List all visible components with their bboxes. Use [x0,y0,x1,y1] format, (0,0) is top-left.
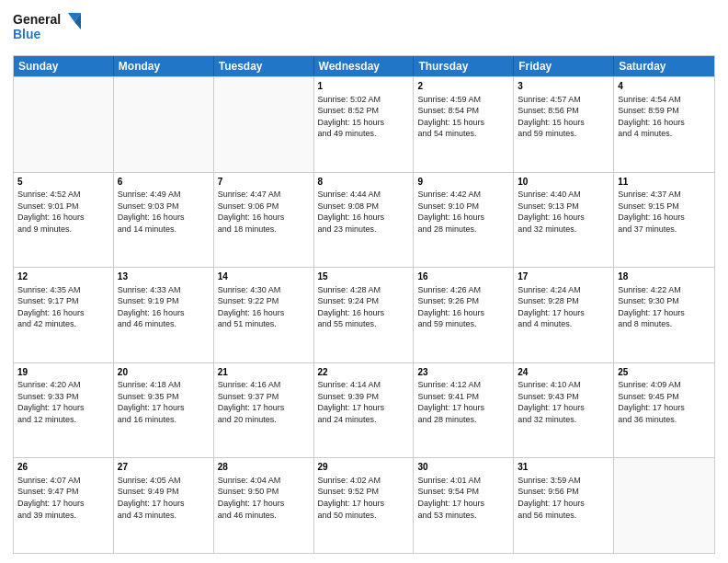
day-number: 10 [518,176,609,189]
day-number: 31 [518,461,609,474]
week-row-0: 1Sunrise: 5:02 AM Sunset: 8:52 PM Daylig… [14,76,714,172]
day-number: 19 [17,366,109,379]
day-info: Sunrise: 4:07 AM Sunset: 9:47 PM Dayligh… [17,475,109,521]
day-cell-1: 1Sunrise: 5:02 AM Sunset: 8:52 PM Daylig… [314,77,415,172]
day-number: 1 [318,80,410,93]
day-cell-9: 9Sunrise: 4:42 AM Sunset: 9:10 PM Daylig… [414,173,514,268]
weekday-header-sunday: Sunday [14,56,114,76]
day-info: Sunrise: 4:35 AM Sunset: 9:17 PM Dayligh… [17,284,109,330]
logo-svg: GeneralBlue [13,9,86,48]
day-info: Sunrise: 4:52 AM Sunset: 9:01 PM Dayligh… [17,189,109,235]
weekday-header-monday: Monday [114,56,214,76]
weekday-header-wednesday: Wednesday [314,56,415,76]
day-info: Sunrise: 4:12 AM Sunset: 9:41 PM Dayligh… [417,379,509,425]
day-info: Sunrise: 4:28 AM Sunset: 9:24 PM Dayligh… [318,284,410,330]
day-cell-31: 31Sunrise: 3:59 AM Sunset: 9:56 PM Dayli… [514,458,614,553]
week-row-2: 12Sunrise: 4:35 AM Sunset: 9:17 PM Dayli… [14,267,714,362]
day-info: Sunrise: 4:37 AM Sunset: 9:15 PM Dayligh… [618,189,711,235]
day-cell-10: 10Sunrise: 4:40 AM Sunset: 9:13 PM Dayli… [514,173,614,268]
day-number: 4 [618,80,711,93]
day-info: Sunrise: 5:02 AM Sunset: 8:52 PM Dayligh… [318,94,410,140]
empty-cell [14,77,114,172]
day-cell-26: 26Sunrise: 4:07 AM Sunset: 9:47 PM Dayli… [14,458,114,553]
day-number: 18 [618,270,711,283]
day-number: 13 [118,270,210,283]
day-number: 23 [417,366,509,379]
day-info: Sunrise: 4:01 AM Sunset: 9:54 PM Dayligh… [417,475,509,521]
day-cell-24: 24Sunrise: 4:10 AM Sunset: 9:43 PM Dayli… [514,363,614,458]
day-info: Sunrise: 4:09 AM Sunset: 9:45 PM Dayligh… [618,379,711,425]
day-info: Sunrise: 4:18 AM Sunset: 9:35 PM Dayligh… [118,379,210,425]
logo: GeneralBlue [13,9,86,48]
day-number: 6 [118,176,210,189]
day-info: Sunrise: 4:16 AM Sunset: 9:37 PM Dayligh… [218,379,310,425]
day-cell-27: 27Sunrise: 4:05 AM Sunset: 9:49 PM Dayli… [114,458,214,553]
day-number: 7 [218,176,310,189]
header: GeneralBlue [13,9,715,48]
day-cell-19: 19Sunrise: 4:20 AM Sunset: 9:33 PM Dayli… [14,363,114,458]
day-number: 24 [518,366,609,379]
day-info: Sunrise: 4:22 AM Sunset: 9:30 PM Dayligh… [618,284,711,330]
weekday-header-tuesday: Tuesday [214,56,314,76]
calendar: SundayMondayTuesdayWednesdayThursdayFrid… [13,55,715,554]
calendar-header: SundayMondayTuesdayWednesdayThursdayFrid… [14,56,714,76]
svg-text:Blue: Blue [13,27,41,41]
day-number: 16 [417,270,509,283]
day-info: Sunrise: 4:49 AM Sunset: 9:03 PM Dayligh… [118,189,210,235]
day-info: Sunrise: 4:30 AM Sunset: 9:22 PM Dayligh… [218,284,310,330]
day-cell-23: 23Sunrise: 4:12 AM Sunset: 9:41 PM Dayli… [414,363,514,458]
day-number: 5 [17,176,109,189]
day-cell-7: 7Sunrise: 4:47 AM Sunset: 9:06 PM Daylig… [214,173,314,268]
day-number: 22 [318,366,410,379]
day-cell-4: 4Sunrise: 4:54 AM Sunset: 8:59 PM Daylig… [614,77,714,172]
day-number: 9 [417,176,509,189]
empty-cell [214,77,314,172]
day-info: Sunrise: 4:59 AM Sunset: 8:54 PM Dayligh… [417,94,509,140]
day-info: Sunrise: 4:02 AM Sunset: 9:52 PM Dayligh… [318,475,410,521]
day-number: 29 [318,461,410,474]
week-row-4: 26Sunrise: 4:07 AM Sunset: 9:47 PM Dayli… [14,457,714,553]
svg-text:General: General [13,12,61,27]
day-number: 30 [417,461,509,474]
day-number: 20 [118,366,210,379]
day-number: 8 [318,176,410,189]
week-row-1: 5Sunrise: 4:52 AM Sunset: 9:01 PM Daylig… [14,172,714,268]
day-info: Sunrise: 4:26 AM Sunset: 9:26 PM Dayligh… [417,284,509,330]
day-info: Sunrise: 4:57 AM Sunset: 8:56 PM Dayligh… [518,94,609,140]
day-cell-11: 11Sunrise: 4:37 AM Sunset: 9:15 PM Dayli… [614,173,714,268]
day-info: Sunrise: 3:59 AM Sunset: 9:56 PM Dayligh… [518,475,609,521]
day-info: Sunrise: 4:24 AM Sunset: 9:28 PM Dayligh… [518,284,609,330]
day-info: Sunrise: 4:05 AM Sunset: 9:49 PM Dayligh… [118,475,210,521]
weekday-header-thursday: Thursday [414,56,514,76]
day-cell-21: 21Sunrise: 4:16 AM Sunset: 9:37 PM Dayli… [214,363,314,458]
day-number: 25 [618,366,711,379]
day-number: 27 [118,461,210,474]
day-number: 11 [618,176,711,189]
weekday-header-friday: Friday [514,56,614,76]
day-cell-25: 25Sunrise: 4:09 AM Sunset: 9:45 PM Dayli… [614,363,714,458]
day-number: 2 [417,80,509,93]
day-cell-18: 18Sunrise: 4:22 AM Sunset: 9:30 PM Dayli… [614,268,714,362]
day-info: Sunrise: 4:14 AM Sunset: 9:39 PM Dayligh… [318,379,410,425]
day-number: 21 [218,366,310,379]
day-cell-17: 17Sunrise: 4:24 AM Sunset: 9:28 PM Dayli… [514,268,614,362]
day-info: Sunrise: 4:10 AM Sunset: 9:43 PM Dayligh… [518,379,609,425]
day-cell-28: 28Sunrise: 4:04 AM Sunset: 9:50 PM Dayli… [214,458,314,553]
day-cell-30: 30Sunrise: 4:01 AM Sunset: 9:54 PM Dayli… [414,458,514,553]
day-number: 15 [318,270,410,283]
day-cell-12: 12Sunrise: 4:35 AM Sunset: 9:17 PM Dayli… [14,268,114,362]
page: GeneralBlue SundayMondayTuesdayWednesday… [0,0,728,563]
day-info: Sunrise: 4:40 AM Sunset: 9:13 PM Dayligh… [518,189,609,235]
day-cell-6: 6Sunrise: 4:49 AM Sunset: 9:03 PM Daylig… [114,173,214,268]
day-cell-3: 3Sunrise: 4:57 AM Sunset: 8:56 PM Daylig… [514,77,614,172]
day-info: Sunrise: 4:44 AM Sunset: 9:08 PM Dayligh… [318,189,410,235]
day-cell-20: 20Sunrise: 4:18 AM Sunset: 9:35 PM Dayli… [114,363,214,458]
day-cell-8: 8Sunrise: 4:44 AM Sunset: 9:08 PM Daylig… [314,173,415,268]
day-info: Sunrise: 4:42 AM Sunset: 9:10 PM Dayligh… [417,189,509,235]
calendar-body: 1Sunrise: 5:02 AM Sunset: 8:52 PM Daylig… [14,76,714,553]
day-number: 28 [218,461,310,474]
day-cell-29: 29Sunrise: 4:02 AM Sunset: 9:52 PM Dayli… [314,458,415,553]
day-info: Sunrise: 4:04 AM Sunset: 9:50 PM Dayligh… [218,475,310,521]
day-cell-14: 14Sunrise: 4:30 AM Sunset: 9:22 PM Dayli… [214,268,314,362]
day-cell-16: 16Sunrise: 4:26 AM Sunset: 9:26 PM Dayli… [414,268,514,362]
